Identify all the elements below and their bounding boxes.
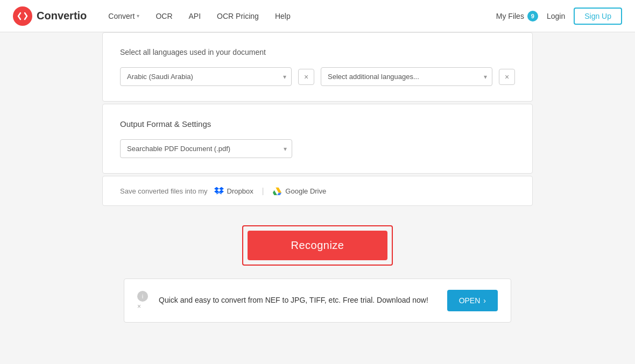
files-count-badge: 9 (527, 11, 538, 22)
clear-additional-language-button[interactable]: × (499, 69, 515, 85)
logo-text: Convertio (37, 10, 87, 22)
main-container: Select all languages used in your docume… (91, 32, 544, 344)
dropbox-label: Dropbox (227, 187, 253, 195)
additional-language-wrapper: Select additional languages... English F… (321, 67, 492, 86)
recognize-button[interactable]: Recognize (248, 231, 387, 260)
login-button[interactable]: Login (547, 12, 565, 20)
gdrive-save-button[interactable]: Google Drive (272, 186, 326, 196)
ad-open-label: OPEN (459, 296, 481, 305)
language-row: Arabic (Saudi Arabia) English French Ger… (120, 67, 515, 86)
close-icon: × (304, 73, 308, 81)
nav-ocr[interactable]: OCR (149, 9, 179, 24)
nav-api[interactable]: API (182, 9, 208, 24)
logo-icon (13, 6, 32, 26)
output-format-wrapper: Searchable PDF Document (.pdf) Plain Tex… (120, 139, 292, 158)
language-section-title: Select all languages used in your docume… (120, 48, 515, 56)
signup-button[interactable]: Sign Up (574, 8, 622, 25)
ad-open-button[interactable]: OPEN › (447, 290, 498, 311)
save-row-card: Save converted files into my Dropbox | (102, 176, 533, 206)
gdrive-label: Google Drive (285, 187, 326, 195)
close-icon: × (505, 73, 509, 81)
dropbox-icon (214, 186, 224, 196)
services-divider: | (262, 187, 264, 195)
output-format-select[interactable]: Searchable PDF Document (.pdf) Plain Tex… (120, 139, 292, 158)
ad-icons: i × (137, 291, 148, 310)
logo[interactable]: Convertio (13, 6, 87, 26)
output-section-title: Output Format & Settings (120, 119, 515, 129)
recognize-area: Recognize (102, 217, 533, 279)
additional-language-select[interactable]: Select additional languages... English F… (321, 67, 492, 86)
google-drive-icon (272, 186, 282, 196)
my-files-button[interactable]: My Files 9 (496, 11, 538, 22)
ad-open-arrow-icon: › (483, 296, 486, 305)
output-section-card: Output Format & Settings Searchable PDF … (102, 104, 533, 174)
nav-ocr-pricing[interactable]: OCR Pricing (210, 9, 265, 24)
nav-help[interactable]: Help (269, 9, 297, 24)
primary-language-wrapper: Arabic (Saudi Arabia) English French Ger… (120, 67, 292, 86)
page-content: Select all languages used in your docume… (0, 32, 635, 364)
convert-chevron-icon: ▾ (137, 13, 139, 19)
ad-text: Quick and easy to convert from NEF to JP… (159, 295, 436, 306)
primary-language-select[interactable]: Arabic (Saudi Arabia) English French Ger… (120, 67, 292, 86)
nav-convert[interactable]: Convert ▾ (102, 9, 146, 24)
language-section-card: Select all languages used in your docume… (102, 32, 533, 102)
ad-info-icon: i (137, 291, 148, 302)
ad-banner: i × Quick and easy to convert from NEF t… (124, 279, 511, 323)
recognize-button-wrapper: Recognize (242, 225, 392, 266)
save-label: Save converted files into my (120, 187, 208, 195)
clear-primary-language-button[interactable]: × (298, 69, 314, 85)
dropbox-save-button[interactable]: Dropbox (214, 186, 253, 196)
navbar-right: My Files 9 Login Sign Up (496, 8, 622, 25)
ad-close-icon[interactable]: × (137, 303, 141, 310)
svg-point-0 (13, 6, 32, 26)
navbar: Convertio Convert ▾ OCR API OCR Pricing … (0, 0, 635, 32)
main-nav: Convert ▾ OCR API OCR Pricing Help (102, 9, 496, 24)
